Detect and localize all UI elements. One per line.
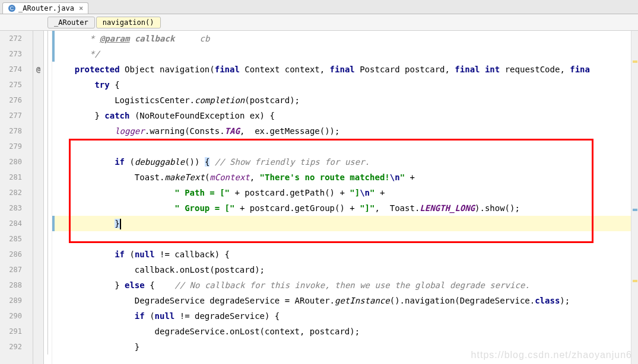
- line-number: 287: [0, 262, 22, 277]
- code-line: */: [55, 46, 638, 62]
- code-line: [55, 139, 638, 154]
- text-caret: [120, 219, 121, 229]
- fold-cell: [44, 185, 52, 200]
- code-line: " Path = [" + postcard.getPath() + "]\n"…: [55, 185, 638, 200]
- line-number: 276: [0, 92, 22, 108]
- editor-scrollbar[interactable]: [631, 31, 638, 364]
- code-line: try {: [55, 77, 638, 92]
- svg-text:C: C: [10, 5, 14, 11]
- code-line: degradeService.onLost(context, postcard)…: [55, 324, 638, 339]
- gutter-cell: [33, 170, 43, 185]
- code-line: [55, 231, 638, 247]
- gutter-cell: [33, 308, 43, 324]
- line-number: 291: [0, 324, 22, 339]
- fold-column: [44, 31, 52, 364]
- gutter-cell: [33, 339, 43, 355]
- fold-cell: [44, 123, 52, 139]
- line-number: 282: [0, 185, 22, 200]
- line-number: 290: [0, 308, 22, 324]
- gutter-cell: [33, 123, 43, 139]
- line-number: 292: [0, 339, 22, 355]
- change-marker: [52, 31, 55, 62]
- code-line-current: }: [55, 216, 638, 231]
- scroll-marker: [633, 60, 637, 63]
- fold-cell: [44, 200, 52, 216]
- change-marker: [52, 216, 55, 231]
- override-gutter-icon: @: [33, 62, 43, 77]
- fold-cell: [44, 139, 52, 154]
- code-line: Toast.makeText(mContext, "There's no rou…: [55, 170, 638, 185]
- breadcrumb-bar: _ARouter navigation(): [0, 14, 638, 31]
- fold-cell: [44, 293, 52, 308]
- fold-cell: [44, 308, 52, 324]
- code-line: if (debuggable()) { // Show friendly tip…: [55, 154, 638, 170]
- fold-cell: [44, 154, 52, 170]
- code-line: callback.onLost(postcard);: [55, 262, 638, 277]
- gutter-cell: [33, 77, 43, 92]
- line-number: 278: [0, 123, 22, 139]
- line-number: 274: [0, 62, 22, 77]
- fold-cell: [44, 231, 52, 247]
- line-number: 280: [0, 154, 22, 170]
- gutter-cell: [33, 324, 43, 339]
- fold-cell: [44, 31, 52, 46]
- code-line: DegradeService degradeService = ARouter.…: [55, 293, 638, 308]
- line-number: 281: [0, 170, 22, 185]
- fold-cell: [44, 277, 52, 293]
- gutter-icons: @: [33, 31, 44, 364]
- line-number: 272: [0, 31, 22, 46]
- code-line: } else { // No callback for this invoke,…: [55, 277, 638, 293]
- line-number: 284: [0, 216, 22, 231]
- fold-cell: [44, 247, 52, 262]
- fold-cell: [44, 62, 52, 77]
- gutter-cell: [33, 92, 43, 108]
- scroll-marker: [633, 280, 637, 282]
- fold-cell: [44, 216, 52, 231]
- line-number: 285: [0, 231, 22, 247]
- line-number: 289: [0, 293, 22, 308]
- gutter-cell: [33, 277, 43, 293]
- line-number-gutter: 2722732742752762772782792802812822832842…: [0, 31, 33, 364]
- gutter-cell: [33, 247, 43, 262]
- file-tab[interactable]: C _ARouter.java ×: [2, 2, 88, 14]
- gutter-cell: [33, 262, 43, 277]
- gutter-cell: [33, 293, 43, 308]
- code-area[interactable]: * @param callback cb */ protected Object…: [52, 31, 638, 364]
- gutter-cell: [33, 31, 43, 46]
- file-tab-label: _ARouter.java: [18, 4, 74, 12]
- scroll-marker: [633, 209, 637, 211]
- fold-cell: [44, 108, 52, 123]
- gutter-cell: [33, 154, 43, 170]
- fold-cell: [44, 46, 52, 62]
- breadcrumb-method[interactable]: navigation(): [96, 17, 161, 28]
- code-line: " Group = [" + postcard.getGroup() + "]"…: [55, 200, 638, 216]
- gutter-cell: [33, 108, 43, 123]
- fold-cell: [44, 170, 52, 185]
- editor-tabs: C _ARouter.java ×: [0, 0, 638, 14]
- line-number: 277: [0, 108, 22, 123]
- gutter-cell: [33, 200, 43, 216]
- line-number: 275: [0, 77, 22, 92]
- code-line: if (null != degradeService) {: [55, 308, 638, 324]
- line-number: 279: [0, 139, 22, 154]
- gutter-cell: [33, 139, 43, 154]
- fold-cell: [44, 92, 52, 108]
- fold-cell: [44, 77, 52, 92]
- code-line: LogisticsCenter.completion(postcard);: [55, 92, 638, 108]
- code-line: }: [55, 339, 638, 355]
- code-editor[interactable]: 2722732742752762772782792802812822832842…: [0, 31, 638, 364]
- gutter-cell: [33, 231, 43, 247]
- breadcrumb-class[interactable]: _ARouter: [47, 17, 95, 28]
- gutter-cell: [33, 46, 43, 62]
- code-line: protected Object navigation(final Contex…: [55, 62, 638, 77]
- fold-cell: [44, 339, 52, 355]
- line-number: 283: [0, 200, 22, 216]
- fold-cell: [44, 324, 52, 339]
- code-line: } catch (NoRouteFoundException ex) {: [55, 108, 638, 123]
- java-class-icon: C: [8, 4, 16, 12]
- close-icon[interactable]: ×: [79, 4, 83, 12]
- code-line: if (null != callback) {: [55, 247, 638, 262]
- line-number: 273: [0, 46, 22, 62]
- code-line: * @param callback cb: [55, 31, 638, 46]
- line-number: 288: [0, 277, 22, 293]
